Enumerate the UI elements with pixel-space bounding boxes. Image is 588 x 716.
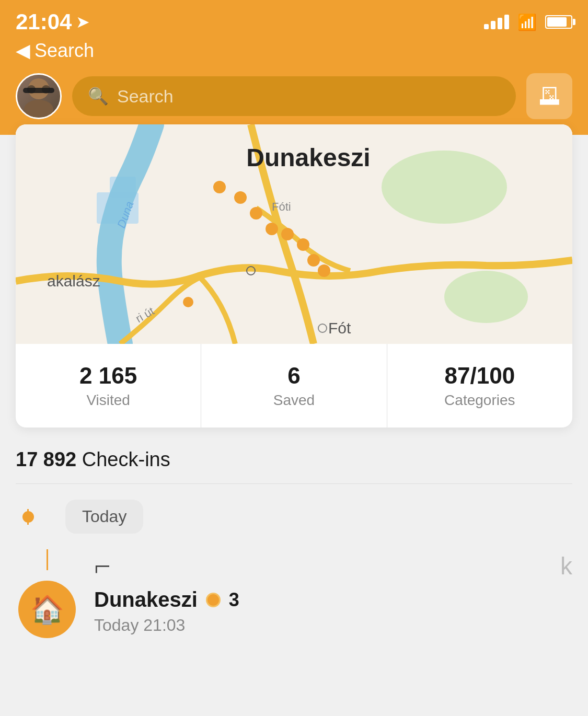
checkin-place-icon[interactable]: 🏠 xyxy=(18,581,76,638)
svg-point-36 xyxy=(297,238,309,251)
navigation-icon: ➤ xyxy=(76,12,90,32)
inbox-icon: 🗳 xyxy=(538,84,560,109)
chevron-left-icon: ◀ xyxy=(16,40,30,62)
place-icon-char: ⌐ xyxy=(94,549,111,583)
top-nav: ◀ Search 🔍 Search 🗳 xyxy=(0,40,588,135)
status-time: 21:04 xyxy=(16,9,72,34)
svg-point-3 xyxy=(42,85,50,94)
svg-point-6 xyxy=(382,151,507,224)
place-checkin-count: 3 xyxy=(229,589,239,611)
visited-value: 2 165 xyxy=(26,363,190,389)
stats-row: 2 165 Visited 6 Saved 87/100 Categories xyxy=(16,344,572,428)
categories-label: Categories xyxy=(398,392,562,409)
timeline-item: 🏠 ⌐ k Dunakeszi 3 Today 21:03 xyxy=(16,544,572,638)
saved-label: Saved xyxy=(212,392,376,409)
battery-icon xyxy=(545,15,572,29)
svg-text:akalász: akalász xyxy=(47,272,100,290)
place-status-dot xyxy=(206,593,221,607)
svg-point-2 xyxy=(27,85,36,94)
svg-point-35 xyxy=(281,228,294,240)
avatar[interactable] xyxy=(16,73,62,119)
svg-text:Dunakeszi: Dunakeszi xyxy=(246,144,370,171)
place-time: Today 21:03 xyxy=(94,616,572,635)
search-icon: 🔍 xyxy=(88,86,109,106)
place-name: Dunakeszi xyxy=(94,588,198,611)
search-row: 🔍 Search 🗳 xyxy=(16,73,572,119)
svg-point-32 xyxy=(234,191,247,204)
stat-saved: 6 Saved xyxy=(201,344,387,428)
visited-label: Visited xyxy=(26,392,190,409)
svg-point-4 xyxy=(24,100,53,117)
wifi-icon: 📶 xyxy=(517,13,537,31)
svg-point-31 xyxy=(213,181,226,193)
checkins-header: 17 892 Check-ins xyxy=(16,433,572,484)
map-view[interactable]: Duna M0 M0 M0 E77 M3 xyxy=(16,124,572,344)
search-input[interactable]: 🔍 Search xyxy=(72,76,516,116)
svg-point-33 xyxy=(250,207,262,220)
map-card: Duna M0 M0 M0 E77 M3 xyxy=(16,124,572,428)
svg-text:Fót: Fót xyxy=(328,319,351,337)
back-button[interactable]: ◀ Search xyxy=(16,40,572,62)
today-badge: Today xyxy=(65,500,143,534)
stat-visited: 2 165 Visited xyxy=(16,344,201,428)
timeline: Today 🏠 ⌐ k Dunakeszi 3 xyxy=(16,484,572,654)
search-placeholder: Search xyxy=(117,86,174,107)
stat-categories: 87/100 Categories xyxy=(387,344,572,428)
status-left: 21:04 ➤ xyxy=(16,9,90,34)
main-content: 17 892 Check-ins Today 🏠 ⌐ xyxy=(0,433,588,654)
categories-value: 87/100 xyxy=(398,363,562,389)
inbox-button[interactable]: 🗳 xyxy=(526,73,572,119)
checkins-count: 17 892 Check-ins xyxy=(16,448,170,470)
signal-icon xyxy=(484,15,509,29)
avatar-image xyxy=(17,75,60,118)
svg-point-38 xyxy=(318,264,330,277)
status-icons: 📶 xyxy=(484,13,572,31)
chevron-icon: k xyxy=(560,552,572,580)
status-bar: 21:04 ➤ 📶 xyxy=(0,0,588,40)
timeline-content: ⌐ k Dunakeszi 3 Today 21:03 xyxy=(94,544,572,638)
svg-point-34 xyxy=(266,223,278,235)
svg-point-7 xyxy=(444,271,528,323)
back-label: Search xyxy=(34,40,94,62)
svg-point-42 xyxy=(183,297,193,307)
home-icon: 🏠 xyxy=(30,594,64,626)
saved-value: 6 xyxy=(212,363,376,389)
svg-text:Fóti: Fóti xyxy=(272,200,291,213)
svg-point-37 xyxy=(307,254,320,267)
